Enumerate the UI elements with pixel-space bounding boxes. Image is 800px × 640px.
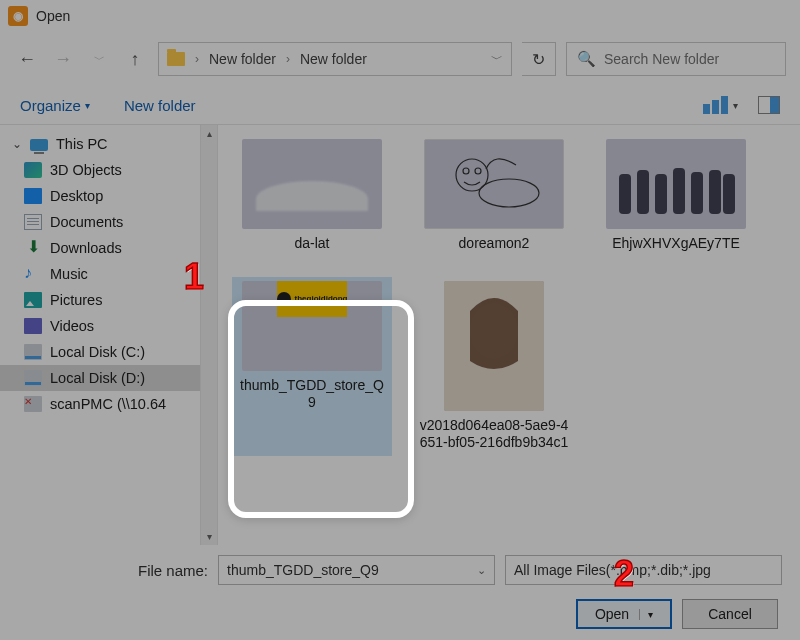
open-dropdown-icon[interactable]: ▾ (639, 609, 653, 620)
window-title: Open (36, 8, 70, 24)
tree-label: 3D Objects (50, 162, 122, 178)
tree-local-disk-c[interactable]: Local Disk (C:) (0, 339, 217, 365)
open-label: Open (595, 606, 629, 622)
search-input[interactable] (604, 51, 775, 67)
svg-rect-9 (709, 170, 721, 214)
file-item-selected[interactable]: thegioididong thumb_TGDD_store_Q9 (232, 277, 392, 456)
caret-down-icon: ▾ (85, 100, 90, 111)
tree-label: Local Disk (C:) (50, 344, 145, 360)
view-mode-dropdown[interactable]: ▾ (733, 100, 738, 111)
open-button[interactable]: Open ▾ (576, 599, 672, 629)
svg-rect-10 (723, 174, 735, 214)
filename-input[interactable]: thumb_TGDD_store_Q9 ⌄ (218, 555, 495, 585)
new-folder-button[interactable]: New folder (124, 97, 196, 114)
chevron-right-icon: › (195, 52, 199, 66)
tree-3d-objects[interactable]: 3D Objects (0, 157, 217, 183)
tree-label: Documents (50, 214, 123, 230)
chevron-down-icon[interactable]: ⌄ (477, 564, 486, 577)
desktop-icon (24, 188, 42, 204)
file-thumbnail (606, 139, 746, 229)
dialog-body: ⌄ This PC 3D Objects Desktop Documents ⬇… (0, 125, 800, 545)
refresh-button[interactable]: ↻ (522, 42, 556, 76)
tree-label: Downloads (50, 240, 122, 256)
tree-this-pc[interactable]: ⌄ This PC (0, 131, 217, 157)
svg-rect-4 (619, 174, 631, 214)
music-icon: ♪ (24, 266, 42, 282)
file-list[interactable]: da-lat doreamon2 EhjwXHVXgAEy7TE thegioi… (218, 125, 800, 545)
chevron-down-icon[interactable]: ﹀ (491, 51, 503, 68)
file-thumbnail (242, 139, 382, 229)
tree-label: scanPMC (\\10.64 (50, 396, 166, 412)
nav-row: ← → ﹀ ↑ › New folder › New folder ﹀ ↻ 🔍 (0, 32, 800, 90)
sidebar-scrollbar[interactable]: ▴ ▾ (200, 125, 217, 545)
file-item[interactable]: EhjwXHVXgAEy7TE (596, 135, 756, 257)
file-thumbnail (424, 139, 564, 229)
tree-local-disk-d[interactable]: Local Disk (D:) (0, 365, 217, 391)
file-name: thumb_TGDD_store_Q9 (237, 377, 387, 412)
pictures-icon (24, 292, 42, 308)
file-name: v2018d064ea08-5ae9-4651-bf05-216dfb9b34c… (419, 417, 569, 452)
organize-menu[interactable]: Organize ▾ (20, 97, 90, 114)
pc-icon (30, 139, 48, 151)
bottom-bar: File name: thumb_TGDD_store_Q9 ⌄ All Ima… (0, 545, 800, 635)
file-name: EhjwXHVXgAEy7TE (612, 235, 740, 253)
filename-value: thumb_TGDD_store_Q9 (227, 562, 379, 578)
videos-icon (24, 318, 42, 334)
cancel-button[interactable]: Cancel (682, 599, 778, 629)
svg-point-3 (479, 179, 539, 207)
toolbar: Organize ▾ New folder ▾ (0, 90, 800, 125)
file-name: da-lat (294, 235, 329, 253)
search-icon: 🔍 (577, 50, 596, 68)
file-type-filter[interactable]: All Image Files(*.bmp;*.dib;*.jpg (505, 555, 782, 585)
up-button[interactable]: ↑ (122, 46, 148, 72)
download-icon: ⬇ (24, 240, 42, 256)
tree-pictures[interactable]: Pictures (0, 287, 217, 313)
tree-music[interactable]: ♪Music (0, 261, 217, 287)
network-drive-icon (24, 396, 42, 412)
chevron-down-icon: ⌄ (12, 137, 24, 151)
file-name: doreamon2 (459, 235, 530, 253)
file-item[interactable]: v2018d064ea08-5ae9-4651-bf05-216dfb9b34c… (414, 277, 574, 456)
scroll-down-icon[interactable]: ▾ (201, 528, 217, 545)
back-button[interactable]: ← (14, 46, 40, 72)
address-bar[interactable]: › New folder › New folder ﹀ (158, 42, 512, 76)
tree-label: Desktop (50, 188, 103, 204)
svg-rect-6 (655, 174, 667, 214)
sidebar-tree[interactable]: ⌄ This PC 3D Objects Desktop Documents ⬇… (0, 125, 218, 545)
file-thumbnail (444, 281, 544, 411)
file-item[interactable]: da-lat (232, 135, 392, 257)
view-mode-icon[interactable] (703, 96, 729, 114)
tree-label: Pictures (50, 292, 102, 308)
file-item[interactable]: doreamon2 (414, 135, 574, 257)
folder-icon (167, 52, 185, 66)
disk-icon (24, 370, 42, 386)
breadcrumb[interactable]: New folder (300, 51, 367, 67)
tree-label: Videos (50, 318, 94, 334)
app-icon: ◉ (8, 6, 28, 26)
svg-rect-5 (637, 170, 649, 214)
scroll-up-icon[interactable]: ▴ (201, 125, 217, 142)
svg-point-2 (475, 168, 481, 174)
forward-button[interactable]: → (50, 46, 76, 72)
tree-label: This PC (56, 136, 108, 152)
preview-pane-toggle[interactable] (758, 96, 780, 114)
tree-network-drive[interactable]: scanPMC (\\10.64 (0, 391, 217, 417)
tree-downloads[interactable]: ⬇Downloads (0, 235, 217, 261)
svg-point-1 (463, 168, 469, 174)
breadcrumb[interactable]: New folder (209, 51, 276, 67)
chevron-right-icon: › (286, 52, 290, 66)
file-type-value: All Image Files(*.bmp;*.dib;*.jpg (514, 562, 711, 578)
organize-label: Organize (20, 97, 81, 114)
file-thumbnail: thegioididong (242, 281, 382, 371)
tree-videos[interactable]: Videos (0, 313, 217, 339)
search-box[interactable]: 🔍 (566, 42, 786, 76)
svg-rect-7 (673, 168, 685, 214)
filename-label: File name: (138, 562, 208, 579)
tree-documents[interactable]: Documents (0, 209, 217, 235)
svg-rect-8 (691, 172, 703, 214)
titlebar: ◉ Open (0, 0, 800, 32)
cube-icon (24, 162, 42, 178)
recent-dropdown[interactable]: ﹀ (86, 46, 112, 72)
store-sign-text: thegioididong (295, 294, 348, 303)
tree-desktop[interactable]: Desktop (0, 183, 217, 209)
